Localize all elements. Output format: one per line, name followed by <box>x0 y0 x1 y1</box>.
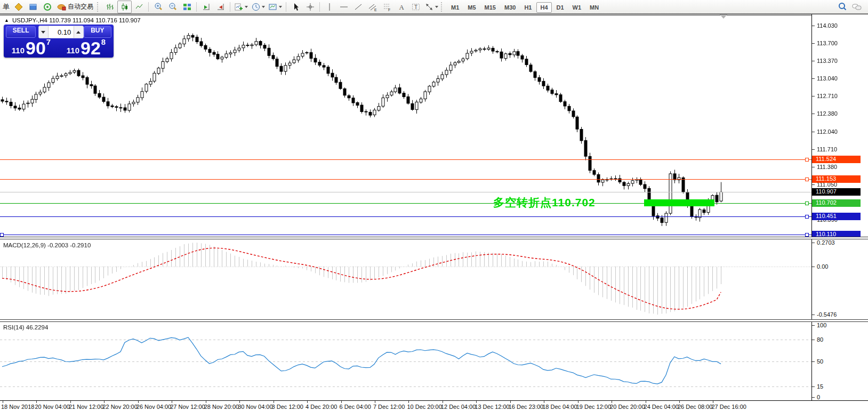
volume-stepper: 0.10 <box>38 26 83 38</box>
autotrading-button[interactable]: 自动交易 <box>54 1 96 13</box>
price-tick <box>812 325 815 326</box>
timeframe-button-m15[interactable]: M15 <box>481 2 500 13</box>
periods-button[interactable] <box>250 1 267 13</box>
triangle-up-icon <box>76 31 81 34</box>
timeframe-button-m1[interactable]: M1 <box>447 2 463 13</box>
time-tick <box>36 401 37 403</box>
time-tick <box>544 401 544 403</box>
current-price-line[interactable] <box>0 192 811 192</box>
ask-price[interactable]: 110 92 8 <box>59 38 114 58</box>
buy-button[interactable]: BUY <box>84 26 111 38</box>
mql5-community-icon[interactable] <box>11 1 26 13</box>
price-tick <box>812 315 815 315</box>
price-tick-label: 112.380 <box>817 110 838 117</box>
price-tick-label: 0.2703 <box>817 239 835 246</box>
arrows-button[interactable] <box>423 1 440 13</box>
pivot-highlight-rectangle[interactable] <box>644 199 714 206</box>
time-tick-label: 28 Nov 20:00 <box>204 404 239 410</box>
one-click-collapse-icon[interactable]: ▲ <box>4 18 9 23</box>
resistance-line-1-handle[interactable] <box>805 158 809 162</box>
time-tick <box>578 401 578 403</box>
support-line-1-badge: 110.451 <box>812 213 861 220</box>
time-tick-label: 30 Nov 04:00 <box>238 404 272 410</box>
indicators-button[interactable] <box>232 1 250 13</box>
fibonacci-icon[interactable]: F <box>380 1 394 13</box>
support-line-2-left-handle[interactable] <box>0 233 4 237</box>
bid-sup: 7 <box>46 38 51 46</box>
timeframe-button-h4[interactable]: H4 <box>536 2 551 13</box>
market-icon[interactable] <box>26 1 40 13</box>
pivot-line-handle[interactable] <box>805 202 809 205</box>
rsi-indicator-chart[interactable] <box>0 321 811 400</box>
time-tick-label: 24 Dec 04:00 <box>644 404 679 410</box>
time-axis[interactable]: 18 Nov 201820 Nov 04:0021 Nov 12:0022 No… <box>0 400 868 411</box>
pane-separator[interactable] <box>0 237 868 239</box>
time-tick <box>307 401 308 403</box>
bid-price[interactable]: 110 90 7 <box>4 38 59 58</box>
toolbar-separator <box>319 2 320 12</box>
horizontal-line-icon[interactable] <box>336 1 351 13</box>
ask-main: 92 <box>81 40 101 56</box>
text-label-icon[interactable]: T <box>408 1 423 13</box>
volume-input[interactable]: 0.10 <box>49 28 74 36</box>
price-tick <box>812 114 815 114</box>
cursor-icon[interactable] <box>288 1 303 13</box>
trendline-icon[interactable] <box>351 1 365 13</box>
macd-indicator-chart[interactable] <box>0 239 811 319</box>
auto-scroll-icon[interactable] <box>199 1 213 13</box>
line-chart-icon[interactable] <box>132 1 146 13</box>
chart-shift-icon[interactable] <box>213 1 228 13</box>
time-tick <box>375 401 375 403</box>
timeframe-button-h1[interactable]: H1 <box>520 2 535 13</box>
crosshair-icon[interactable] <box>303 1 317 13</box>
resistance-line-2[interactable] <box>0 179 811 180</box>
pivot-annotation-text[interactable]: 多空转折点110.702 <box>493 195 596 210</box>
support-line-1-handle[interactable] <box>805 215 809 219</box>
equidistant-channel-icon[interactable]: E <box>365 1 380 13</box>
support-line-2[interactable] <box>0 235 811 235</box>
pane-separator[interactable] <box>0 319 868 322</box>
timeframe-button-m5[interactable]: M5 <box>464 2 479 13</box>
time-tick <box>274 401 274 403</box>
volume-decrease-button[interactable] <box>39 26 48 38</box>
zoom-out-icon[interactable] <box>165 1 180 13</box>
candlestick-chart-icon[interactable] <box>117 1 132 13</box>
time-tick-label: 20 Nov 04:00 <box>35 404 69 410</box>
time-tick-label: 12 Dec 04:00 <box>441 404 476 410</box>
time-tick <box>239 401 240 403</box>
time-tick-label: 21 Nov 12:00 <box>69 404 103 410</box>
chart-shift-marker[interactable] <box>720 14 727 19</box>
time-tick <box>443 401 443 403</box>
vertical-line-icon[interactable] <box>322 1 336 13</box>
timeframe-button-w1[interactable]: W1 <box>569 2 585 13</box>
chat-icon[interactable] <box>849 1 864 13</box>
toolbar-grip <box>441 2 445 12</box>
price-tick <box>812 243 815 243</box>
timeframe-button-mn[interactable]: MN <box>586 2 602 13</box>
symbol-ohlc-title: USDJPY-,H4 110.739 111.094 110.716 110.9… <box>12 17 141 23</box>
resistance-line-1[interactable] <box>0 159 811 160</box>
price-tick <box>812 78 815 79</box>
svg-text:E: E <box>374 8 377 12</box>
signals-icon[interactable] <box>40 1 54 13</box>
resistance-line-2-handle[interactable] <box>805 178 809 181</box>
volume-increase-button[interactable] <box>74 26 83 38</box>
support-line-2-handle[interactable] <box>805 233 809 237</box>
search-icon[interactable] <box>835 1 849 13</box>
timeframe-button-d1[interactable]: D1 <box>553 2 568 13</box>
support-line-1[interactable] <box>0 216 811 217</box>
toolbar-separator <box>196 2 197 12</box>
zoom-in-icon[interactable] <box>151 1 165 13</box>
time-tick-label: 20 Dec 20:00 <box>610 404 645 410</box>
sell-button[interactable]: SELL <box>6 26 36 38</box>
bar-chart-icon[interactable] <box>103 1 117 13</box>
timeframe-button-m30[interactable]: M30 <box>501 2 519 13</box>
tile-windows-icon[interactable] <box>180 1 194 13</box>
current-price-line-badge: 110.907 <box>812 188 861 196</box>
templates-button[interactable] <box>267 1 284 13</box>
ask-sup: 8 <box>101 38 106 46</box>
time-tick <box>476 401 477 403</box>
new-order-button[interactable]: 单 <box>1 2 11 12</box>
text-icon[interactable]: A <box>394 1 408 13</box>
indicators-icon <box>234 2 244 12</box>
